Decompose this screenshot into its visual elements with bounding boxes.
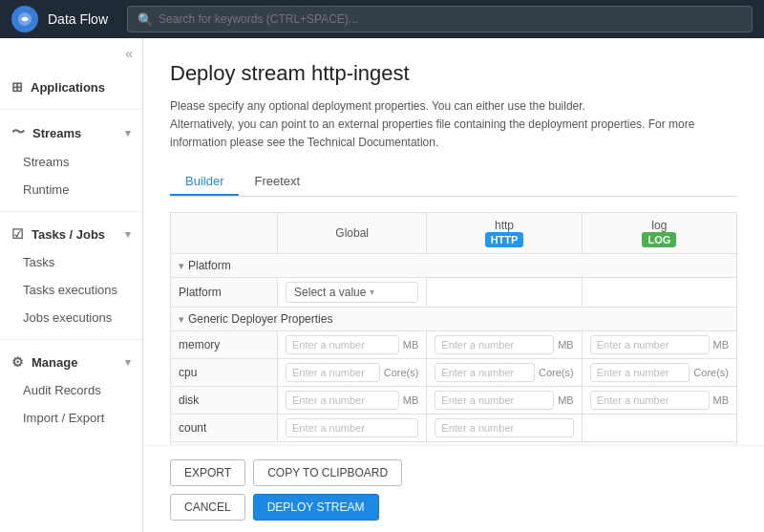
sidebar-item-runtime[interactable]: Runtime xyxy=(0,176,142,203)
cpu-global-input[interactable] xyxy=(286,363,380,382)
cell-platform-log xyxy=(582,277,736,307)
row-label-disk: disk xyxy=(171,386,278,414)
app-title: Data Flow xyxy=(48,11,108,27)
sidebar-label-applications: Applications xyxy=(31,80,105,95)
count-http-input[interactable] xyxy=(435,418,573,437)
table-row: disk MB MB xyxy=(171,386,737,414)
export-button[interactable]: EXPORT xyxy=(170,459,245,486)
sidebar-label-audit: Audit Records xyxy=(23,383,101,397)
deploy-stream-button[interactable]: DEPLOY STREAM xyxy=(253,494,379,521)
disk-log-input[interactable] xyxy=(590,391,710,410)
cell-platform-http xyxy=(427,277,582,307)
section-generic-header: ▾Generic Deployer Properties xyxy=(171,307,737,330)
cell-count-global xyxy=(278,414,427,441)
memory-log-input[interactable] xyxy=(590,335,710,354)
sidebar-item-streams-parent[interactable]: 〜 Streams ▾ xyxy=(0,117,142,148)
sidebar-label-tasks-jobs: Tasks / Jobs xyxy=(32,227,105,242)
sidebar: « ⊞ Applications 〜 Streams ▾ Streams Run… xyxy=(0,38,143,532)
cell-cpu-global: Core(s) xyxy=(278,358,427,386)
cell-disk-global: MB xyxy=(278,386,427,414)
cell-memory-http: MB xyxy=(427,330,582,358)
sidebar-label-jobs-exec: Jobs executions xyxy=(23,310,112,325)
search-input[interactable] xyxy=(159,12,742,26)
cell-count-http xyxy=(427,414,582,441)
row-label-count: count xyxy=(171,414,278,441)
http-badge: HTTP xyxy=(485,232,524,247)
sidebar-item-tasks-executions[interactable]: Tasks executions xyxy=(0,276,142,304)
chevron-down-icon-tasks: ▾ xyxy=(125,228,131,241)
disk-http-input[interactable] xyxy=(435,391,554,410)
footer-row-2: CANCEL DEPLOY STREAM xyxy=(170,494,737,521)
layout: « ⊞ Applications 〜 Streams ▾ Streams Run… xyxy=(0,38,764,532)
search-icon: 🔍 xyxy=(138,12,153,27)
sidebar-section-tasks: ☑ Tasks / Jobs ▾ Tasks Tasks executions … xyxy=(0,216,142,335)
cpu-http-input[interactable] xyxy=(435,363,535,382)
sidebar-label-streams-sub: Streams xyxy=(23,155,69,169)
page-title: Deploy stream http-ingest xyxy=(170,61,737,86)
tab-bar: Builder Freetext xyxy=(170,168,737,197)
row-label-platform: Platform xyxy=(171,277,278,307)
manage-icon: ⚙ xyxy=(11,354,24,370)
toggle-icon-platform: ▾ xyxy=(179,260,184,271)
footer-row-1: EXPORT COPY TO CLIPBOARD xyxy=(170,459,737,486)
collapse-icon: « xyxy=(125,46,133,61)
memory-global-input[interactable] xyxy=(286,335,399,354)
sidebar-section-applications: ⊞ Applications xyxy=(0,69,142,105)
row-label-cpu: cpu xyxy=(171,358,278,386)
sidebar-section-manage: ⚙ Manage ▾ Audit Records Import / Export xyxy=(0,344,142,436)
copy-to-clipboard-button[interactable]: COPY TO CLIPBOARD xyxy=(253,459,402,486)
cell-count-log xyxy=(582,414,736,441)
cell-disk-http: MB xyxy=(427,386,582,414)
disk-global-input[interactable] xyxy=(286,391,399,410)
deploy-table: Global http HTTP log LOG ▾Pla xyxy=(170,212,737,445)
sidebar-item-tasks[interactable]: Tasks xyxy=(0,248,142,276)
main-content: Deploy stream http-ingest Please specify… xyxy=(143,38,764,445)
sidebar-label-import-export: Import / Export xyxy=(23,411,104,425)
sidebar-item-streams[interactable]: Streams xyxy=(0,148,142,176)
section-platform-header: ▾Platform xyxy=(171,253,737,277)
footer: EXPORT COPY TO CLIPBOARD CANCEL DEPLOY S… xyxy=(143,445,764,532)
col-header-global: Global xyxy=(278,212,427,253)
platform-select[interactable]: Select a value ▾ xyxy=(286,282,418,303)
sidebar-item-applications[interactable]: ⊞ Applications xyxy=(0,73,142,101)
chevron-down-icon: ▾ xyxy=(125,127,131,139)
tab-builder[interactable]: Builder xyxy=(170,168,239,196)
tab-freetext[interactable]: Freetext xyxy=(239,168,315,196)
cell-cpu-http: Core(s) xyxy=(427,358,582,386)
description: Please specify any optional deployment p… xyxy=(170,97,737,153)
cell-platform-global: Select a value ▾ xyxy=(278,277,427,307)
table-row: cpu Core(s) Core(s) xyxy=(171,358,737,386)
topbar: Data Flow 🔍 xyxy=(0,0,764,38)
col-header-label xyxy=(171,212,278,253)
sidebar-item-audit[interactable]: Audit Records xyxy=(0,376,142,404)
cpu-log-input[interactable] xyxy=(590,363,690,382)
tasks-icon: ☑ xyxy=(11,226,24,242)
sidebar-item-manage-parent[interactable]: ⚙ Manage ▾ xyxy=(0,348,142,376)
cancel-button[interactable]: CANCEL xyxy=(170,494,245,521)
col-header-http: http HTTP xyxy=(427,212,582,253)
cell-disk-log: MB xyxy=(582,386,736,414)
cell-memory-log: MB xyxy=(582,330,736,358)
chevron-down-icon-manage: ▾ xyxy=(125,356,131,369)
sidebar-label-streams: Streams xyxy=(32,126,81,140)
count-global-input[interactable] xyxy=(286,418,418,437)
log-badge: LOG xyxy=(642,232,676,247)
col-header-log: log LOG xyxy=(582,212,736,253)
sidebar-label-tasks-exec: Tasks executions xyxy=(23,283,117,297)
chevron-down-icon-platform: ▾ xyxy=(370,287,374,297)
row-label-memory: memory xyxy=(171,330,278,358)
sidebar-item-import-export[interactable]: Import / Export xyxy=(0,404,142,432)
sidebar-label-runtime: Runtime xyxy=(23,182,69,197)
app-logo xyxy=(11,6,38,32)
sidebar-item-tasks-parent[interactable]: ☑ Tasks / Jobs ▾ xyxy=(0,220,142,248)
sidebar-label-manage: Manage xyxy=(32,355,77,370)
memory-http-input[interactable] xyxy=(435,335,554,354)
toggle-icon-generic: ▾ xyxy=(179,313,184,325)
cell-cpu-log: Core(s) xyxy=(582,358,736,386)
table-row: count xyxy=(171,414,737,441)
sidebar-item-jobs-executions[interactable]: Jobs executions xyxy=(0,304,142,331)
sidebar-collapse-btn[interactable]: « xyxy=(0,38,142,69)
cell-memory-global: MB xyxy=(278,330,427,358)
table-row: memory MB MB xyxy=(171,330,737,358)
search-bar[interactable]: 🔍 xyxy=(127,6,753,32)
